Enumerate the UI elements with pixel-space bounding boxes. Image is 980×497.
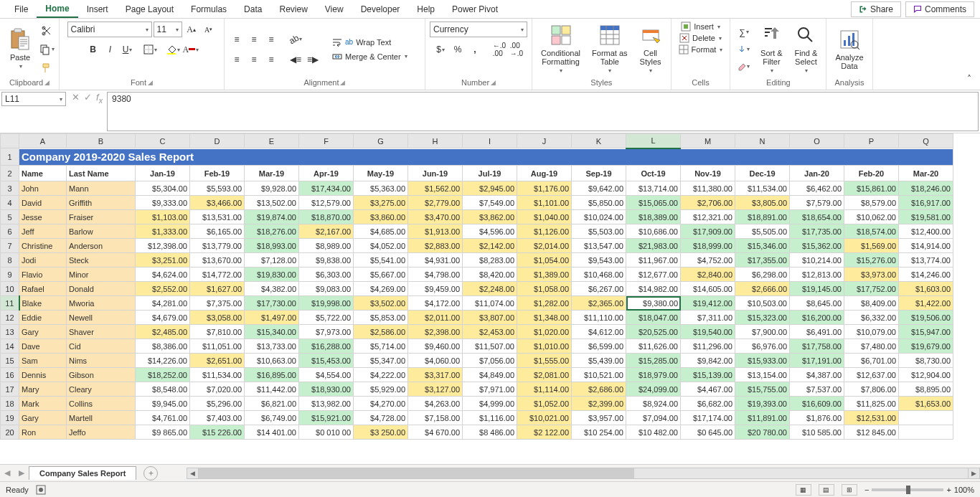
- cell[interactable]: $3,957.00: [572, 411, 626, 425]
- header-cell[interactable]: Jun-19: [408, 166, 463, 181]
- row-header-14[interactable]: 14: [1, 339, 19, 354]
- col-header-P[interactable]: P: [844, 134, 899, 148]
- cell[interactable]: $10,024.00: [572, 210, 626, 224]
- zoom-in-button[interactable]: +: [946, 486, 951, 494]
- cell[interactable]: $6,821.00: [245, 397, 299, 411]
- col-header-C[interactable]: C: [136, 134, 190, 148]
- find-select-button[interactable]: Find & Select▾: [790, 22, 821, 76]
- cell[interactable]: $16,917.00: [899, 196, 953, 210]
- cell[interactable]: $3,466.00: [190, 196, 245, 210]
- cell[interactable]: $24,099.00: [626, 382, 681, 397]
- cell[interactable]: $12,321.00: [681, 210, 735, 224]
- cell[interactable]: $13,502.00: [245, 196, 299, 210]
- clipboard-dialog[interactable]: ◢: [44, 79, 50, 86]
- header-cell[interactable]: Sep-19: [572, 166, 626, 181]
- cell[interactable]: $18,047.00: [626, 311, 681, 325]
- cell[interactable]: $4,849.00: [463, 368, 517, 382]
- cell[interactable]: $21,983.00: [626, 239, 681, 253]
- align-center-button[interactable]: ≡: [246, 52, 262, 67]
- cell[interactable]: $10,686.00: [626, 224, 681, 239]
- col-header-F[interactable]: F: [299, 134, 354, 148]
- row-header-19[interactable]: 19: [1, 411, 19, 425]
- cell[interactable]: $1,114.00: [517, 382, 572, 397]
- menu-data[interactable]: Data: [235, 1, 270, 17]
- menu-formulas[interactable]: Formulas: [182, 1, 235, 17]
- cell[interactable]: Christine: [19, 239, 67, 253]
- cell[interactable]: $0 010 00: [299, 425, 354, 440]
- cell[interactable]: Eddie: [19, 311, 67, 325]
- header-cell[interactable]: Jul-19: [463, 166, 517, 181]
- font-name-combo[interactable]: Calibri▾: [67, 22, 152, 37]
- cell[interactable]: $18,979.00: [626, 368, 681, 382]
- cell[interactable]: $10,521.00: [572, 368, 626, 382]
- cell[interactable]: $16,200.00: [790, 311, 844, 325]
- cell[interactable]: $6,491.00: [790, 325, 844, 339]
- cell[interactable]: $4,281.00: [136, 296, 190, 311]
- cell[interactable]: $1,389.00: [517, 268, 572, 282]
- number-dialog[interactable]: ◢: [491, 79, 496, 86]
- cell[interactable]: $3,470.00: [408, 210, 463, 224]
- cell[interactable]: [899, 425, 953, 440]
- cell[interactable]: $11,442.00: [245, 382, 299, 397]
- comma-button[interactable]: ,: [467, 42, 483, 57]
- cell[interactable]: Blake: [19, 296, 67, 311]
- cell[interactable]: $1,348.00: [517, 311, 572, 325]
- menu-insert[interactable]: Insert: [78, 1, 117, 17]
- cell[interactable]: $3,805.00: [735, 196, 790, 210]
- percent-button[interactable]: %: [450, 42, 466, 57]
- cell[interactable]: $1,058.00: [517, 282, 572, 296]
- cell[interactable]: $8,989.00: [299, 239, 354, 253]
- row-header-17[interactable]: 17: [1, 382, 19, 397]
- cell[interactable]: Barlow: [67, 224, 136, 239]
- cell[interactable]: $4,596.00: [463, 224, 517, 239]
- cell[interactable]: $17,434.00: [299, 181, 354, 196]
- cell[interactable]: $11,507.00: [463, 339, 517, 354]
- cell[interactable]: $1,653.00: [899, 397, 953, 411]
- cell[interactable]: $4,052.00: [354, 239, 408, 253]
- col-header-I[interactable]: I: [463, 134, 517, 148]
- cell[interactable]: $5,541.00: [354, 253, 408, 268]
- row-header-16[interactable]: 16: [1, 368, 19, 382]
- cell[interactable]: Cleary: [67, 382, 136, 397]
- cell[interactable]: $3,862.00: [463, 210, 517, 224]
- row-header-15[interactable]: 15: [1, 354, 19, 368]
- cell[interactable]: $13,531.00: [190, 210, 245, 224]
- sort-filter-button[interactable]: Sort & Filter▾: [755, 22, 787, 76]
- cell[interactable]: $11,296.00: [681, 339, 735, 354]
- header-cell[interactable]: Mar-19: [245, 166, 299, 181]
- fill-color-button[interactable]: ▾: [166, 42, 182, 57]
- cell[interactable]: $13,670.00: [190, 253, 245, 268]
- cell[interactable]: $11,051.00: [190, 339, 245, 354]
- cell[interactable]: $6,332.00: [844, 311, 899, 325]
- cell[interactable]: $10,062.00: [844, 210, 899, 224]
- cell[interactable]: $4,263.00: [408, 397, 463, 411]
- cell[interactable]: $18,252.00: [136, 368, 190, 382]
- cell[interactable]: Mworia: [67, 296, 136, 311]
- cell[interactable]: $4 670.00: [408, 425, 463, 440]
- cell[interactable]: $3,251.00: [136, 253, 190, 268]
- col-header-K[interactable]: K: [572, 134, 626, 148]
- cell[interactable]: $13,779.00: [190, 239, 245, 253]
- cell[interactable]: $13,774.00: [899, 253, 953, 268]
- menu-view[interactable]: View: [316, 1, 352, 17]
- cell[interactable]: $10 585.00: [790, 425, 844, 440]
- col-header-A[interactable]: A: [19, 134, 67, 148]
- cell[interactable]: $10,503.00: [735, 296, 790, 311]
- cell[interactable]: $1,422.00: [899, 296, 953, 311]
- header-cell[interactable]: Last Name: [67, 166, 136, 181]
- cell[interactable]: $4,798.00: [408, 268, 463, 282]
- cell[interactable]: $12 845.00: [844, 425, 899, 440]
- cell[interactable]: $17,909.00: [681, 224, 735, 239]
- row-header-8[interactable]: 8: [1, 253, 19, 268]
- cell[interactable]: $13,547.00: [572, 239, 626, 253]
- col-header-G[interactable]: G: [354, 134, 408, 148]
- cell[interactable]: $1,282.00: [517, 296, 572, 311]
- cell[interactable]: $15,362.00: [790, 239, 844, 253]
- cell[interactable]: $5,714.00: [354, 339, 408, 354]
- cell[interactable]: $17,758.00: [790, 339, 844, 354]
- cell[interactable]: $19,393.00: [735, 397, 790, 411]
- cell[interactable]: $12,400.00: [899, 224, 953, 239]
- increase-font-button[interactable]: A▴: [184, 22, 199, 37]
- cell[interactable]: $10,021.00: [517, 411, 572, 425]
- cell[interactable]: $2,248.00: [463, 282, 517, 296]
